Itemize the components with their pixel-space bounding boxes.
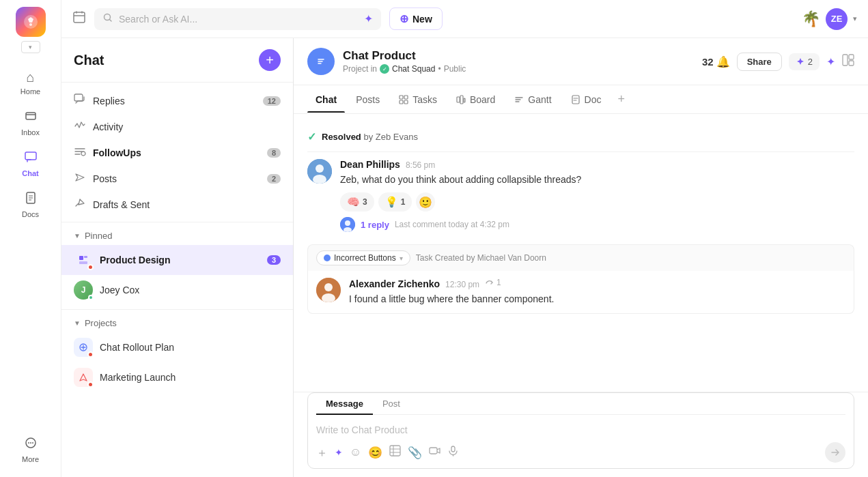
task-count: 32 🔔 [702,55,730,68]
message-dean: Dean Phillips 8:56 pm Zeb, what do you t… [307,151,854,239]
add-reaction-button[interactable]: 🙂 [416,192,435,212]
compose-tab-message[interactable]: Message [316,393,373,414]
compose-at-icon[interactable]: ☺ [350,446,361,459]
task-created-text: Task Created by Michael Van Doorn [416,253,546,263]
sidebar-item-docs[interactable]: Docs [0,184,61,225]
compose-mic-icon[interactable] [447,445,459,460]
rollout-icon [74,338,93,357]
sidebar-collapse-btn[interactable]: ▾ [21,41,40,53]
project-header: Chat Product Project in ✓ Chat Squad • P… [294,38,868,85]
tab-board[interactable]: Board [448,87,503,112]
posts-icon [74,171,86,186]
compose-tabs: Message Post [316,393,845,415]
compose-ai-icon[interactable]: ✦ [335,447,343,458]
chat-list-item-activity[interactable]: Activity [61,114,293,140]
reaction-bulb[interactable]: 💡 1 [378,192,412,212]
dean-avatar [307,159,332,184]
chat-list-item-product-design[interactable]: Product Design 3 [61,245,293,275]
sidebar-item-label: Docs [22,210,39,218]
tab-gantt[interactable]: Gantt [506,87,559,112]
reply-row: 1 reply Last comment today at 4:32 pm [340,217,854,232]
sidebar-item-more[interactable]: More [0,429,61,470]
calendar-icon[interactable] [72,10,86,27]
chat-list-item-posts[interactable]: Posts 2 [61,166,293,192]
search-bar[interactable]: ✦ [94,8,381,30]
task-banner: Incorrect Buttons ▾ Task Created by Mich… [307,244,854,271]
compose-toolbar: ＋ ✦ ☺ 😊 📎 [316,442,845,463]
message-alex: Alexander Zichenko 12:30 pm 1 I found a … [307,271,854,314]
reaction-brain[interactable]: 🧠 3 [340,192,374,212]
svg-point-6 [28,442,29,444]
compose-tab-post[interactable]: Post [373,393,410,414]
followups-icon [74,145,86,160]
docs-icon [24,191,38,208]
app-logo[interactable] [16,7,46,37]
svg-rect-25 [404,100,408,104]
search-input[interactable] [119,14,359,25]
chat-list-item-rollout[interactable]: Chat Rollout Plan [61,332,293,362]
svg-rect-28 [464,98,465,102]
reply-count[interactable]: 1 reply [361,220,389,230]
task-dropdown-icon: ▾ [400,255,403,262]
compose-send-button[interactable] [825,442,845,463]
plus-icon: ⊕ [400,12,408,25]
chat-panel-list: Replies 12 Activity FollowUps 8 [61,83,293,477]
pinned-section-label: Pinned [85,231,112,241]
svg-point-31 [316,164,324,173]
tab-doc[interactable]: Doc [563,87,610,112]
add-chat-button[interactable]: + [259,49,281,71]
replies-badge: 12 [263,96,281,106]
compose-add-icon[interactable]: ＋ [316,445,328,461]
compose-attach-icon[interactable]: 📎 [408,446,422,460]
followups-badge: 8 [267,148,281,158]
rollout-label: Chat Rollout Plan [100,342,281,353]
sidebar-item-inbox[interactable]: Inbox [0,102,61,143]
tab-chat[interactable]: Chat [307,87,345,112]
chat-list-item-replies[interactable]: Replies 12 [61,88,293,114]
new-button[interactable]: ⊕ New [389,8,443,30]
ai-star-icon[interactable]: ✦ [826,55,835,68]
task-status-pill[interactable]: Incorrect Buttons ▾ [316,250,410,265]
projects-arrow-icon: ▼ [74,319,81,327]
reply-avatar [340,217,355,232]
posts-label: Posts [93,173,260,184]
dean-message-body: Dean Phillips 8:56 pm Zeb, what do you t… [340,159,854,232]
layout-icon[interactable] [842,54,854,70]
alex-name: Alexander Zichenko [349,278,440,289]
chat-list-item-joey-cox[interactable]: J Joey Cox [61,275,293,305]
activity-label: Activity [93,121,281,132]
svg-rect-27 [460,96,463,104]
drafts-icon [74,197,86,212]
ai-action-chip[interactable]: 2 [789,53,820,70]
svg-rect-22 [400,96,403,99]
user-avatar[interactable]: ZE [826,8,848,30]
messages-area: ✓ Resolved by Zeb Evans Dean Phillips 8:… [294,114,868,392]
sync-count: 1 [485,278,501,287]
chat-list-item-marketing[interactable]: Marketing Launch [61,362,293,392]
compose-input[interactable]: Write to Chat Product [316,420,845,442]
sidebar-item-chat[interactable]: Chat [0,143,61,184]
svg-point-37 [324,283,333,291]
chat-list-item-drafts[interactable]: Drafts & Sent [61,192,293,218]
compose-emoji-icon[interactable]: 😊 [368,446,382,460]
tab-tasks[interactable]: Tasks [391,87,445,112]
svg-rect-21 [849,61,854,66]
svg-point-1 [29,23,32,26]
chat-list-item-followups[interactable]: FollowUps 8 [61,140,293,166]
compose-video-icon[interactable] [429,445,440,460]
dean-message-header: Dean Phillips 8:56 pm [340,159,854,170]
topbar: ✦ ⊕ New 🌴 ZE ▾ [61,0,868,38]
compose-table-icon[interactable] [389,445,401,460]
pinned-section-header[interactable]: ▼ Pinned [61,227,293,245]
sidebar-item-home[interactable]: ⌂ Home [0,63,61,102]
add-tab-button[interactable]: + [612,85,630,113]
user-chevron-icon[interactable]: ▾ [853,14,857,23]
projects-section-header[interactable]: ▼ Projects [61,314,293,332]
tab-posts[interactable]: Posts [348,87,388,112]
bell-icon[interactable]: 🔔 [716,55,730,68]
posts-badge: 2 [267,174,281,184]
share-button[interactable]: Share [737,53,782,71]
svg-rect-23 [404,96,408,99]
marketing-label: Marketing Launch [100,372,281,383]
chat-panel-title: Chat [74,53,104,68]
